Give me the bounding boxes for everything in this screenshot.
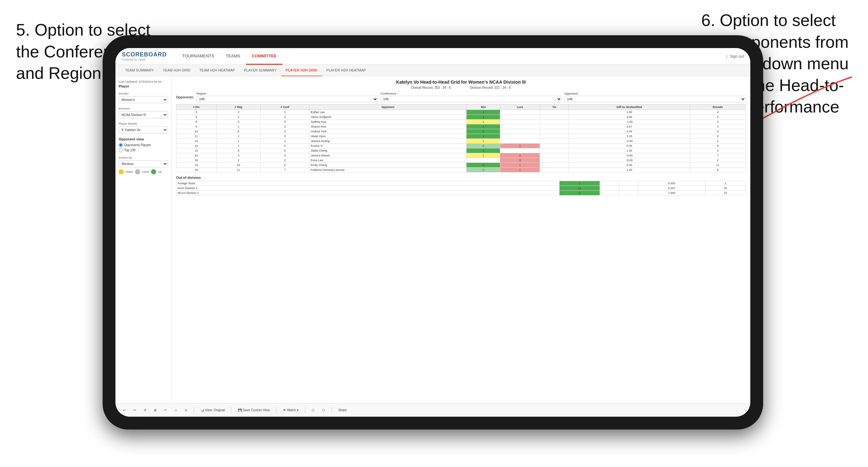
radio-top100-label: Top 100 (124, 148, 136, 152)
region-filter-select[interactable]: (All) (196, 96, 378, 102)
cell-opponent: Sharon Mun (309, 124, 466, 129)
cell-win: 1 (467, 120, 500, 124)
colour-circle-level (135, 169, 140, 174)
cell-loss (500, 134, 540, 139)
toolbar-save-custom[interactable]: 💾 Save Custom View (235, 407, 272, 413)
cell-div: 19 (176, 163, 217, 168)
cell-opponent: Eunice Yi (309, 144, 466, 148)
ood-cell-rounds: 2 (705, 181, 745, 186)
sub-nav-player-h2h-grid[interactable]: PLAYER H2H GRID (281, 65, 322, 76)
cell-win: 2 (467, 168, 500, 173)
cell-reg: 3 (216, 120, 261, 124)
player-rank-dropdown[interactable]: 8. Katelyn Vo (119, 126, 168, 133)
table-row: 19 10 6 Emily Chang 4 1 0.30 11 (176, 163, 746, 168)
toolbar-view-original[interactable]: 📊 View: Original (198, 407, 227, 413)
cell-loss: 3 (500, 158, 540, 163)
opponents-filter-label: Opponents: (176, 95, 194, 99)
toolbar-watch[interactable]: 👁 Watch ▾ (280, 407, 301, 413)
cell-div: 9 (176, 124, 217, 129)
conference-filter-select[interactable]: (All) (381, 96, 562, 102)
sub-nav-player-h2h-heatmap[interactable]: PLAYER H2H HEATMAP (322, 65, 370, 76)
sign-out-link[interactable]: Sign out (730, 54, 744, 59)
cell-loss (500, 115, 540, 120)
cell-tie (540, 163, 569, 168)
conference-filter-label: Conference (381, 92, 562, 95)
radio-opponents-played-label: Opponents Played (124, 143, 150, 147)
top-nav: SCOREBOARD Powered by clippd TOURNAMENTS… (116, 48, 750, 65)
opponent-view-radio-group: Opponents Played Top 100 (119, 143, 168, 152)
cell-conf: 7 (261, 168, 309, 173)
ood-cell-name: NCAA Division 2 (176, 191, 560, 195)
cell-conf: 1 (261, 110, 309, 115)
toolbar-icon2[interactable]: ⬡ (320, 407, 328, 413)
cell-div: 20 (176, 168, 217, 173)
division-dropdown[interactable]: NCAA Division III NCAA Division I NCAA D… (119, 111, 168, 118)
cell-diff: 4.00 (569, 115, 690, 120)
page-title: Katelyn Vo Head-to-Head Grid for Women's… (176, 80, 746, 85)
toolbar-redo[interactable]: ↺ (141, 407, 149, 413)
toolbar-share[interactable]: Share (336, 407, 349, 413)
cell-conf: 6 (261, 163, 309, 168)
toolbar-sep1 (194, 407, 194, 413)
player-section: Player (119, 84, 168, 88)
cell-win: 1 (467, 115, 500, 120)
cell-diff: -0.94 (569, 153, 690, 158)
opponent-view-section: Opponent view Opponents Played Top 100 (119, 137, 168, 152)
radio-opponents-played[interactable]: Opponents Played (119, 143, 168, 147)
ood-cell-loss (600, 191, 619, 195)
cell-tie (540, 144, 569, 148)
ood-cell-diff: 4.500 (638, 181, 705, 186)
ood-table-row: NAIA Division 1 15 9.267 30 (176, 186, 746, 191)
cell-rounds: 2 (690, 139, 745, 144)
opponent-filter-select[interactable]: (All) (564, 96, 746, 102)
radio-top100[interactable]: Top 100 (119, 148, 168, 152)
nav-item-tournaments[interactable]: TOURNAMENTS (176, 48, 220, 65)
nav-item-teams[interactable]: TEAMS (220, 48, 246, 65)
table-row: 5 2 2 Alexis Sudjianto 1 4.00 3 (176, 115, 746, 120)
cell-win: 1 (467, 110, 500, 115)
ood-cell-tie (619, 186, 638, 191)
toolbar-time[interactable]: ⊙ (182, 407, 190, 413)
cell-div: 16 (176, 153, 217, 158)
radio-top100-input[interactable] (119, 148, 123, 152)
cell-tie (540, 115, 569, 120)
toolbar-cut[interactable]: ✂ (162, 407, 169, 413)
content-area: Katelyn Vo Head-to-Head Grid for Women's… (172, 76, 750, 403)
toolbar-grid[interactable]: ⊞ (151, 407, 159, 413)
cell-win: 1 (467, 139, 500, 144)
cell-diff: 1.50 (569, 110, 690, 115)
sub-nav-team-summary[interactable]: TEAM SUMMARY (121, 65, 158, 76)
toolbar-sep4 (305, 407, 305, 413)
nav-right: | Sign out (726, 54, 744, 59)
toolbar-undo2[interactable]: ↩ (131, 407, 138, 413)
col-conf: # Conf (261, 104, 309, 110)
division-record: Division Record: 331 - 34 - 6 (470, 86, 511, 89)
cell-rounds: 3 (690, 120, 745, 124)
cell-win: 4 (467, 163, 500, 168)
gender-dropdown[interactable]: Women's Men's (119, 96, 168, 103)
colour-by-dropdown[interactable]: Win/loss (119, 160, 168, 167)
cell-loss (500, 148, 540, 153)
sub-nav-team-h2h-heatmap[interactable]: TEAM H2H HEATMAP (195, 65, 240, 76)
colour-circle-up (151, 169, 156, 174)
cell-diff: 0.30 (569, 163, 690, 168)
toolbar-undo[interactable]: ↩ (121, 407, 128, 413)
toolbar-sep5 (332, 407, 332, 413)
out-of-division-title: Out of division (176, 176, 746, 180)
ood-cell-win: 1 (559, 181, 600, 186)
radio-opponents-played-input[interactable] (119, 143, 123, 147)
cell-div: 10 (176, 129, 217, 134)
toolbar-icon1[interactable]: ⬡ (309, 407, 317, 413)
cell-diff: -5.00 (569, 158, 690, 163)
cell-reg: 3 (216, 110, 261, 115)
cell-rounds: 3 (690, 124, 745, 129)
col-reg: # Reg (216, 104, 261, 110)
cell-conf: 3 (261, 153, 309, 158)
nav-item-committee[interactable]: COMMITTEE (246, 48, 282, 65)
ood-table-row: Foreign Team 1 4.500 2 (176, 181, 746, 186)
sub-nav-team-h2h-grid[interactable]: TEAM H2H GRID (158, 65, 195, 76)
sub-nav-player-summary[interactable]: PLAYER SUMMARY (240, 65, 281, 76)
sub-nav: TEAM SUMMARY TEAM H2H GRID TEAM H2H HEAT… (116, 65, 750, 76)
table-row: 14 7 4 Eunice Yi 2 2 0.38 9 (176, 144, 746, 148)
toolbar-shape[interactable]: ◇ (172, 407, 180, 413)
